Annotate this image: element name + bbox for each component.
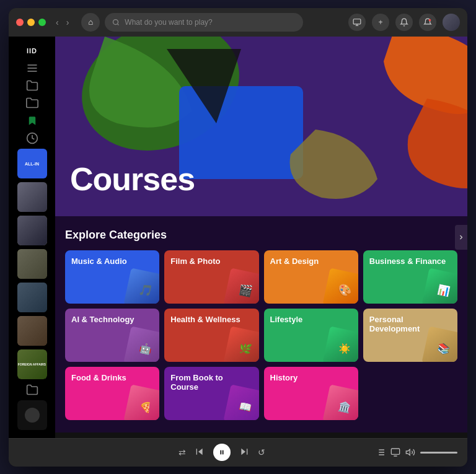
category-health-wellness-image: 🌿 (223, 326, 259, 362)
titlebar-right: + (348, 14, 460, 31)
svg-marker-25 (406, 449, 410, 455)
sidebar-logo: IID (17, 44, 47, 58)
category-food-drinks[interactable]: Food & Drinks 🍕 (65, 367, 159, 420)
nav-arrows: ‹ › (53, 16, 71, 29)
sidebar-folder3-icon[interactable] (17, 383, 47, 397)
volume-icon[interactable] (405, 447, 415, 457)
sidebar-thumb-7[interactable]: FOREIGN AFFAIRS (17, 349, 47, 379)
sidebar-thumb-3[interactable] (17, 216, 47, 245)
category-health-wellness-label: Health & Wellness (170, 315, 240, 325)
clock-icon (26, 132, 38, 144)
sidebar-menu-icon[interactable] (17, 61, 47, 75)
sidebar-thumb-1[interactable]: ALL-IN (17, 149, 47, 178)
play-pause-button[interactable] (213, 444, 231, 461)
category-art-design-label: Art & Design (270, 257, 319, 266)
add-button[interactable]: + (372, 14, 389, 31)
home-button[interactable]: ⌂ (81, 13, 100, 32)
traffic-lights (16, 19, 46, 26)
next-button[interactable] (239, 447, 249, 459)
category-film-photo-image: 🎬 (223, 268, 259, 304)
sidebar-bookmark-icon[interactable] (17, 114, 47, 128)
search-placeholder: What do you want to play? (125, 18, 212, 27)
sidebar-thumb-6[interactable] (17, 316, 47, 346)
maximize-button[interactable] (38, 19, 46, 26)
category-ai-technology[interactable]: AI & Technology 🤖 (65, 309, 159, 362)
category-lifestyle-image: ☀️ (322, 326, 358, 362)
category-from-book-course[interactable]: From Book to Course 📖 (164, 367, 258, 420)
category-music-audio[interactable]: Music & Audio 🎵 (65, 250, 159, 304)
category-business-finance-label: Business & Finance (369, 257, 446, 266)
category-food-drinks-image: 🍕 (124, 384, 160, 420)
pause-icon (219, 449, 225, 456)
notification-bell[interactable] (395, 14, 413, 31)
sidebar-thumb-5[interactable] (17, 283, 47, 312)
svg-line-1 (118, 24, 119, 25)
sidebar-clock-icon[interactable] (17, 131, 47, 145)
category-history[interactable]: History 🏛️ (264, 367, 358, 420)
categories-section: Explore Categories Music & Audio 🎵 Film … (55, 216, 467, 432)
previous-button[interactable] (195, 447, 205, 459)
minimize-button[interactable] (27, 19, 35, 26)
titlebar: ‹ › ⌂ What do you want to play? + (9, 8, 467, 37)
sidebar-folder2-icon[interactable] (17, 96, 47, 110)
category-placeholder (363, 367, 457, 420)
folder3-icon (26, 384, 38, 396)
folder-icon (26, 79, 38, 92)
category-ai-technology-image: 🤖 (124, 326, 160, 362)
back-button[interactable]: ‹ (53, 16, 61, 29)
category-health-wellness[interactable]: Health & Wellness 🌿 (164, 309, 258, 362)
device-button[interactable] (348, 14, 366, 31)
category-personal-development-label: Personal Development (369, 315, 451, 334)
forward-button[interactable]: › (64, 16, 72, 29)
sidebar-thumb-2[interactable] (17, 182, 47, 212)
category-lifestyle-label: Lifestyle (270, 315, 303, 325)
sidebar: IID (9, 37, 55, 438)
svg-rect-23 (391, 449, 399, 454)
category-from-book-course-label: From Book to Course (170, 373, 252, 392)
folder2-icon (26, 97, 38, 109)
main-layout: IID (9, 37, 467, 438)
search-icon (112, 19, 120, 26)
section-title: Explore Categories (65, 229, 457, 242)
player-bar: ⇄ ↺ (9, 438, 467, 467)
repeat-button[interactable]: ↺ (258, 447, 265, 457)
category-history-image: 🏛️ (322, 384, 358, 420)
category-lifestyle[interactable]: Lifestyle ☀️ (264, 309, 358, 362)
close-button[interactable] (16, 19, 24, 26)
sidebar-thumb-8[interactable] (17, 400, 47, 430)
shuffle-button[interactable]: ⇄ (178, 447, 186, 457)
scroll-right-arrow[interactable] (455, 225, 467, 250)
svg-marker-12 (198, 448, 203, 455)
category-business-finance-image: 📊 (421, 268, 457, 304)
hero-banner: Courses (55, 37, 467, 216)
chevron-right-icon (457, 234, 465, 241)
svg-marker-16 (241, 448, 245, 455)
svg-rect-11 (179, 86, 303, 179)
skip-forward-icon (239, 447, 249, 457)
content-area: Courses Explore Categories Music & Audio… (55, 37, 467, 438)
category-film-photo[interactable]: Film & Photo 🎬 (164, 250, 258, 304)
bell-dot-icon (423, 18, 432, 27)
bookmark-icon (27, 115, 38, 127)
category-business-finance[interactable]: Business & Finance 📊 (363, 250, 457, 304)
device-icon[interactable] (390, 447, 400, 457)
categories-grid: Music & Audio 🎵 Film & Photo 🎬 Art & Des… (65, 250, 457, 420)
hero-title: Courses (70, 160, 195, 198)
notification-dot[interactable] (419, 14, 436, 31)
player-controls: ⇄ ↺ (68, 444, 376, 461)
sidebar-folder1-icon[interactable] (17, 79, 47, 92)
search-bar[interactable]: What do you want to play? (105, 13, 303, 32)
list-icon[interactable] (376, 447, 386, 457)
category-personal-development[interactable]: Personal Development 📚 (363, 309, 457, 362)
category-art-design[interactable]: Art & Design 🎨 (264, 250, 358, 304)
volume-slider[interactable] (420, 452, 457, 454)
svg-rect-2 (353, 19, 361, 24)
avatar[interactable] (443, 14, 460, 31)
category-music-audio-label: Music & Audio (71, 257, 127, 266)
category-food-drinks-label: Food & Drinks (71, 373, 126, 383)
svg-point-0 (113, 19, 118, 24)
player-right (376, 447, 457, 457)
app-window: ‹ › ⌂ What do you want to play? + (9, 8, 467, 467)
sidebar-thumb-4[interactable] (17, 249, 47, 279)
category-film-photo-label: Film & Photo (170, 257, 220, 266)
